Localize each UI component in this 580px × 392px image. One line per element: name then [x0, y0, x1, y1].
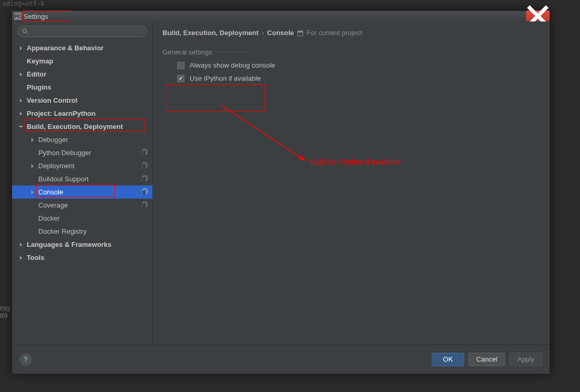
- annotation-text: 勾选Use IPython if available: [309, 158, 400, 167]
- titlebar: PC Settings: [12, 11, 550, 21]
- settings-content: Build, Execution, Deployment › Console F…: [153, 21, 550, 344]
- project-scope-icon: [297, 29, 303, 37]
- project-scope-icon: [142, 201, 148, 209]
- dialog-title: Settings: [24, 13, 48, 20]
- chevron-down-icon: [18, 125, 24, 129]
- tree-item-label: Plugins: [27, 83, 51, 91]
- ok-button[interactable]: OK: [432, 353, 464, 366]
- tree-item-plugins[interactable]: Plugins: [12, 81, 152, 94]
- annotation-arrow: [216, 100, 321, 173]
- apply-button[interactable]: Apply: [509, 353, 542, 366]
- tree-item-label: Deployment: [38, 162, 74, 170]
- tree-item-tools[interactable]: Tools: [12, 251, 152, 264]
- svg-point-0: [23, 29, 27, 33]
- tree-item-version-control[interactable]: Version Control: [12, 94, 152, 107]
- svg-rect-9: [142, 190, 146, 194]
- tree-item-label: Coverage: [38, 201, 68, 209]
- settings-tree: Appearance & BehaviorKeymapEditorPlugins…: [12, 40, 152, 344]
- chevron-right-icon: [18, 99, 24, 103]
- option-label: Use IPython if available: [190, 74, 261, 82]
- tree-item-coverage[interactable]: Coverage: [12, 199, 152, 212]
- search-input[interactable]: [17, 26, 147, 37]
- tree-item-label: Docker: [38, 214, 60, 222]
- chevron-right-icon: [18, 72, 24, 77]
- checkbox-use-ipython[interactable]: [177, 75, 184, 82]
- section-general-settings: General settings: [162, 48, 541, 56]
- tree-item-build-execution-deployment[interactable]: Build, Execution, Deployment: [12, 120, 152, 133]
- option-label: Always show debug console: [190, 61, 275, 69]
- annotation-box-option: [166, 84, 265, 112]
- search-icon: [22, 28, 28, 35]
- tree-item-console[interactable]: Console: [12, 186, 152, 199]
- breadcrumb-part1[interactable]: Build, Execution, Deployment: [162, 29, 258, 37]
- editor-bg-text-bottom: rog tf9: [0, 304, 10, 320]
- svg-rect-3: [142, 150, 146, 155]
- tree-item-python-debugger[interactable]: Python Debugger: [12, 146, 152, 159]
- tree-item-label: Build, Execution, Deployment: [27, 123, 123, 130]
- tree-item-label: Keymap: [27, 57, 53, 65]
- pycharm-icon: PC: [14, 13, 21, 20]
- tree-item-project-learnpython[interactable]: Project: LearnPython: [12, 107, 152, 120]
- tree-item-deployment[interactable]: Deployment: [12, 159, 152, 172]
- tree-item-label: Project: LearnPython: [27, 110, 95, 117]
- svg-rect-5: [142, 164, 146, 168]
- tree-item-label: Appearance & Behavior: [27, 44, 104, 52]
- option-always-show-debug-console[interactable]: Always show debug console: [177, 61, 541, 69]
- tree-item-label: Tools: [27, 254, 45, 262]
- chevron-right-icon: [30, 190, 35, 194]
- tree-item-buildout-support[interactable]: Buildout Support: [12, 172, 152, 186]
- svg-rect-11: [142, 203, 146, 208]
- breadcrumb-separator: ›: [261, 29, 264, 37]
- tree-item-debugger[interactable]: Debugger: [12, 133, 152, 146]
- tree-item-docker-registry[interactable]: Docker Registry: [12, 225, 152, 238]
- project-scope-text: For current project: [307, 29, 362, 37]
- help-button[interactable]: ?: [19, 353, 32, 366]
- tree-item-label: Docker Registry: [38, 227, 86, 235]
- chevron-right-icon: [30, 138, 35, 142]
- svg-line-14: [221, 105, 305, 160]
- tree-item-label: Buildout Support: [38, 175, 89, 183]
- close-button[interactable]: [526, 10, 550, 21]
- settings-sidebar: Appearance & BehaviorKeymapEditorPlugins…: [12, 21, 153, 344]
- checkbox-debug-console[interactable]: [177, 62, 184, 69]
- svg-line-1: [26, 32, 28, 34]
- tree-item-label: Debugger: [38, 136, 68, 144]
- project-scope-icon: [142, 175, 148, 183]
- tree-item-label: Console: [38, 188, 63, 196]
- tree-item-label: Python Debugger: [38, 149, 91, 157]
- tree-item-label: Languages & Frameworks: [27, 241, 112, 248]
- chevron-right-icon: [18, 243, 24, 247]
- tree-item-languages-frameworks[interactable]: Languages & Frameworks: [12, 238, 152, 251]
- chevron-right-icon: [30, 164, 35, 168]
- cancel-button[interactable]: Cancel: [468, 353, 505, 366]
- tree-item-appearance-behavior[interactable]: Appearance & Behavior: [12, 41, 152, 55]
- svg-rect-7: [142, 177, 146, 181]
- breadcrumb-part2: Console: [267, 29, 294, 37]
- tree-item-keymap[interactable]: Keymap: [12, 55, 152, 68]
- chevron-right-icon: [18, 112, 24, 116]
- tree-item-label: Editor: [27, 70, 47, 78]
- editor-bg-text-top: oding=utf-8: [3, 0, 44, 7]
- tree-item-docker[interactable]: Docker: [12, 212, 152, 225]
- project-scope-icon: [142, 149, 148, 157]
- project-scope-icon: [142, 188, 148, 196]
- settings-dialog: PC Settings Appearance & BehaviorKeymapE…: [12, 10, 550, 374]
- project-scope-icon: [142, 162, 148, 170]
- chevron-right-icon: [18, 46, 24, 50]
- chevron-right-icon: [18, 256, 24, 260]
- tree-item-label: Version Control: [27, 96, 78, 104]
- option-use-ipython-if-available[interactable]: Use IPython if available: [177, 74, 541, 82]
- breadcrumb: Build, Execution, Deployment › Console F…: [162, 29, 541, 37]
- svg-rect-13: [298, 31, 303, 32]
- dialog-footer: ? OK Cancel Apply: [12, 344, 550, 374]
- tree-item-editor[interactable]: Editor: [12, 68, 152, 81]
